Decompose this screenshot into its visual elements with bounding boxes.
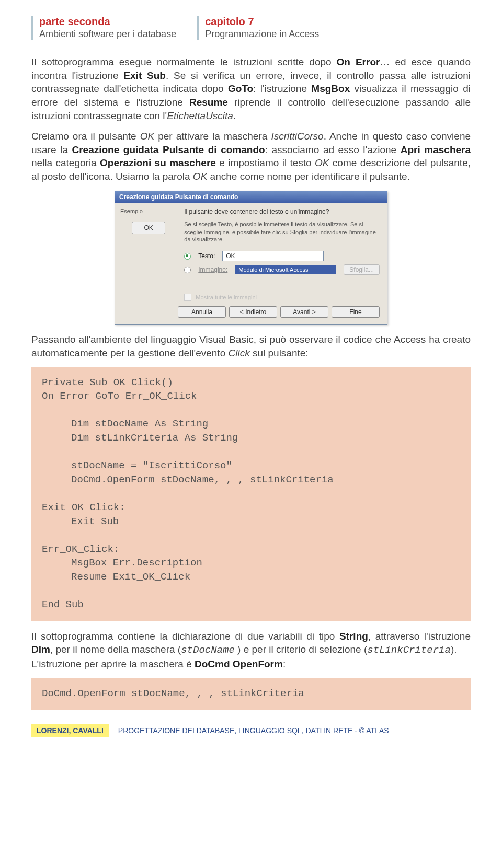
dialog-body: Esempio OK Il pulsante deve contenere de… [115,203,387,302]
header-chapter: capitolo 7 Programmazione in Access [197,16,319,40]
code-block-2: DoCmd.OpenForm stDocName, , , stLinkCrit… [31,678,471,710]
page: parte seconda Ambienti software per i da… [0,0,502,747]
text: Il sottoprogramma esegue normalmente le … [31,56,337,67]
code-line: Exit Sub [42,516,119,527]
kw-exit-sub: Exit Sub [123,70,166,81]
code-line: Dim stLinkCriteria As String [42,432,238,444]
paragraph-4: Il sottoprogramma contiene la dichiarazi… [31,630,471,671]
code-line: Err_OK_Click: [42,543,119,555]
kw-string: String [339,631,368,642]
em-iscritti: IscrittiCorso [271,131,323,142]
page-footer: LORENZI, CAVALLI PROGETTAZIONE DEI DATAB… [31,724,471,737]
paragraph-3: Passando all'ambiente del linguaggio Vis… [31,333,471,360]
em-ok2: OK [315,157,329,168]
code-line: MsgBox Err.Description [42,557,202,569]
text: ). [451,644,457,655]
dialog-question: Il pulsante deve contenere del testo o u… [184,208,380,215]
dialog-hint: Se si sceglie Testo, è possibile immette… [184,221,380,244]
cancel-button[interactable]: Annulla [178,306,226,318]
kw-apri-maschera: Apri maschera [401,144,471,155]
em-ok3: OK [193,171,207,182]
text: , per il nome della maschera ( [50,644,181,655]
code-line: stDocName = "IscrittiCorso" [42,460,232,471]
back-button[interactable]: < Indietro [229,306,277,318]
paragraph-1: Il sottoprogramma esegue normalmente le … [31,55,471,122]
show-all-row: Mostra tutte le immagini [184,294,380,301]
code-line: End Sub [42,599,84,610]
text: nella categoria [31,157,100,168]
text: sul pulsante: [250,348,309,358]
kw-operazioni: Operazioni su maschere [100,157,216,168]
code-line: Exit_OK_Click: [42,502,126,513]
code-line: Dim stDocName As String [42,418,208,430]
option-text-input[interactable]: OK [222,251,324,261]
em-ok: OK [140,131,154,142]
kw-dim: Dim [31,644,50,655]
code-line: Resume Exit_OK_Click [42,571,190,583]
text: : l'istruzione [253,83,311,94]
kw-resume: Resume [189,97,228,108]
radio-image-icon[interactable] [184,267,191,273]
code-stlink: stLinkCriteria [367,644,451,656]
option-text-label: Testo: [198,252,215,260]
text: : [283,658,286,669]
text: . [233,110,236,121]
option-image-row[interactable]: Immagine: Modulo di Microsoft Access Sfo… [184,264,380,275]
dialog-options-pane: Il pulsante deve contenere del testo o u… [182,203,387,302]
text: Creiamo ora il pulsante [31,131,140,142]
finish-button[interactable]: Fine [332,306,380,318]
show-all-label: Mostra tutte le immagini [196,294,257,300]
kw-docmd: DoCmd OpenForm [195,658,283,669]
code-stdoc: stDocName [181,644,235,656]
preview-label: Esempio [120,208,143,214]
code-line: Private Sub OK_Click() [42,377,173,388]
checkbox-icon [184,294,191,301]
text: , attraverso l'istruzione [368,631,471,642]
kw-wizard: Creazione guidata Pulsante di comando [72,144,265,155]
option-text-row[interactable]: Testo: OK [184,251,380,261]
dialog-titlebar: Creazione guidata Pulsante di comando [115,191,387,203]
code-line: On Error GoTo Err_OK_Click [42,390,197,402]
preview-ok-button: OK [132,222,165,234]
text: Il sottoprogramma contiene la dichiarazi… [31,631,339,642]
code-line: DoCmd.OpenForm stDocName, , , stLinkCrit… [42,688,304,699]
dialog-preview-pane: Esempio OK [115,203,182,302]
option-image-value[interactable]: Modulo di Microsoft Access [235,265,336,274]
radio-text-icon[interactable] [184,253,191,260]
page-header: parte seconda Ambienti software per i da… [31,16,471,40]
dialog-footer: Annulla < Indietro Avanti > Fine [115,301,387,324]
part-title: parte seconda [39,16,176,28]
chapter-subtitle: Programmazione in Access [205,29,319,40]
text: L'istruzione per aprire la maschera è [31,658,195,669]
code-line: DoCmd.OpenForm stDocName, , , stLinkCrit… [42,474,334,485]
text: anche come nome per identificare il puls… [207,171,410,182]
kw-on-error: On Error [337,56,380,67]
wizard-dialog-wrap: Creazione guidata Pulsante di comando Es… [31,191,471,325]
kw-goto: GoTo [228,83,253,94]
next-button[interactable]: Avanti > [280,306,328,318]
paragraph-2: Creiamo ora il pulsante OK per attivare … [31,130,471,183]
text: : associamo ad esso l'azione [265,144,401,155]
kw-msgbox: MsgBox [311,83,350,94]
footer-book: PROGETTAZIONE DEI DATABASE, LINGUAGGIO S… [118,726,389,735]
wizard-dialog: Creazione guidata Pulsante di comando Es… [115,191,387,325]
em-click: Click [228,348,249,358]
browse-button: Sfoglia... [344,264,380,275]
text: e impostiamo il testo [216,157,315,168]
part-subtitle: Ambienti software per i database [39,29,176,40]
em-etichetta: EtichettaUscita [167,110,233,121]
option-image-label: Immagine: [198,266,227,273]
code-block-1: Private Sub OK_Click() On Error GoTo Err… [31,367,471,621]
text: per attivare la maschera [154,131,271,142]
text: ) e per il criterio di selezione ( [235,644,367,655]
chapter-title: capitolo 7 [205,16,319,28]
header-part: parte seconda Ambienti software per i da… [31,16,176,40]
footer-author: LORENZI, CAVALLI [31,724,109,737]
